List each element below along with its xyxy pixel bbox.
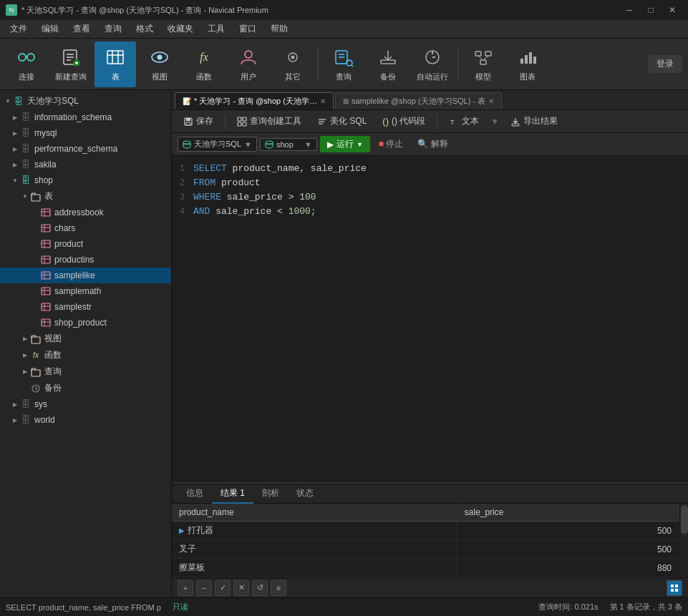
cell-sale-price: 500 [457, 522, 679, 540]
confirm-button[interactable]: ✓ [215, 580, 231, 596]
add-row-button[interactable]: + [178, 580, 193, 596]
right-panel: 📝 * 天池学习 - 查询 @shop (天池学… ✕ ⊞ samplelike… [172, 90, 688, 597]
tab-profile[interactable]: 剖析 [253, 484, 288, 504]
tree-expand-arrow [20, 383, 30, 393]
toolbar-view[interactable]: 视图 [139, 41, 180, 87]
menu-favorites[interactable]: 收藏夹 [160, 21, 200, 37]
toolbar-query[interactable]: 查询 [323, 41, 364, 87]
menu-file[interactable]: 文件 [3, 21, 34, 37]
tree-expand-arrow [30, 239, 40, 249]
remove-row-button[interactable]: − [196, 580, 212, 596]
sidebar-item-root-db[interactable]: ▼ 🗄 天池学习SQL [0, 93, 171, 109]
maximize-button[interactable]: □ [641, 3, 661, 17]
sidebar-item-product[interactable]: product [0, 236, 171, 252]
refresh-button[interactable]: ↺ [252, 580, 268, 596]
minimize-button[interactable]: ─ [619, 3, 639, 17]
stop-button[interactable]: ■ 停止 [373, 136, 410, 152]
menu-help[interactable]: 帮助 [263, 21, 295, 37]
view-toggle [667, 580, 682, 596]
toolbar-other-label: 其它 [285, 72, 301, 82]
schema-selector[interactable]: shop ▼ [260, 138, 317, 151]
backup-icon [30, 383, 42, 394]
sidebar-item-performance-schema[interactable]: ▶ 🗄 performance_schema [0, 141, 171, 157]
cancel-edit-button[interactable]: ✕ [233, 580, 249, 596]
code-editor[interactable]: 1 SELECT product_name, sale_price 2 FROM… [172, 156, 688, 482]
sidebar-item-mysql[interactable]: ▶ 🗄 mysql [0, 125, 171, 141]
toolbar-model[interactable]: 模型 [462, 41, 504, 87]
toolbar-connect[interactable]: 连接 [6, 41, 47, 87]
toolbar-function-label: 函数 [196, 72, 212, 82]
menu-query[interactable]: 查询 [97, 21, 129, 37]
toolbar-new-query-label: 新建查询 [55, 72, 87, 82]
sidebar-item-tables-folder[interactable]: ▼ 表 [0, 188, 171, 205]
sidebar-item-shop[interactable]: ▼ 🗄 shop [0, 172, 171, 188]
toolbar-user[interactable]: 用户 [228, 41, 269, 87]
toolbar-function[interactable]: fx 函数 [183, 41, 225, 87]
tab-close-button[interactable]: ✕ [320, 97, 326, 105]
grid-view-button[interactable] [667, 580, 682, 596]
run-button[interactable]: ▶ 运行 ▼ [320, 136, 370, 152]
sidebar-item-views-folder[interactable]: ▶ 视图 [0, 331, 171, 347]
menu-edit[interactable]: 编辑 [34, 21, 66, 37]
menu-window[interactable]: 窗口 [232, 21, 263, 37]
export-result-label: 导出结果 [523, 115, 558, 127]
text-button[interactable]: T 文本 [443, 114, 485, 129]
menu-tools[interactable]: 工具 [200, 21, 232, 37]
tab-query[interactable]: 📝 * 天池学习 - 查询 @shop (天池学… ✕ [175, 92, 334, 109]
tab-result[interactable]: 结果 1 [212, 484, 253, 504]
sidebar-item-information-schema[interactable]: ▶ 🗄 information_schema [0, 109, 171, 125]
toolbar-backup[interactable]: 备份 [367, 41, 409, 87]
sidebar-item-addressbook[interactable]: addressbook [0, 205, 171, 220]
sidebar-item-samplestr[interactable]: samplestr [0, 299, 171, 315]
sidebar-item-world[interactable]: ▶ 🗄 world [0, 412, 171, 428]
query-toolbar: 保存 查询创建工具 美化 SQL () () 代码段 T [172, 110, 688, 133]
toolbar-chart[interactable]: 图表 [507, 41, 548, 87]
table-row[interactable]: 叉子 500 [172, 540, 679, 559]
result-scrollbar[interactable] [679, 504, 688, 577]
close-button[interactable]: ✕ [662, 3, 682, 17]
svg-rect-53 [42, 288, 50, 295]
svg-rect-69 [186, 122, 190, 125]
tab-close-button[interactable]: ✕ [488, 97, 494, 105]
menu-view[interactable]: 查看 [66, 21, 97, 37]
code-snippet-button[interactable]: () () 代码段 [377, 114, 431, 129]
autorun-icon [421, 46, 444, 69]
toolbar-table[interactable]: 表 [95, 41, 136, 87]
svg-rect-50 [42, 272, 50, 279]
sidebar-item-backup-folder[interactable]: 备份 [0, 380, 171, 396]
svg-rect-86 [675, 589, 678, 592]
save-button[interactable]: 保存 [178, 114, 219, 129]
tab-table[interactable]: ⊞ samplelike @shop (天池学习SQL) - 表 ✕ [335, 92, 502, 109]
sidebar-item-shop-product[interactable]: shop_product [0, 315, 171, 331]
sidebar-item-samplemath[interactable]: samplemath [0, 283, 171, 299]
login-button[interactable]: 登录 [648, 55, 682, 73]
table-row[interactable]: 擦菜板 880 [172, 559, 679, 577]
tab-info[interactable]: 信息 [178, 484, 212, 504]
export-result-button[interactable]: 导出结果 [505, 114, 563, 129]
query-builder-button[interactable]: 查询创建工具 [231, 114, 307, 129]
sidebar-item-functions-folder[interactable]: ▶ fx 函数 [0, 347, 171, 363]
svg-point-81 [266, 141, 273, 144]
sidebar-item-sakila[interactable]: ▶ 🗄 sakila [0, 157, 171, 172]
toolbar-new-query[interactable]: 新建查询 [50, 41, 92, 87]
db-selector[interactable]: 天池学习SQL ▼ [178, 137, 257, 152]
toolbar-model-label: 模型 [475, 72, 491, 82]
toolbar-other[interactable]: 其它 [272, 41, 314, 87]
table-icon [40, 223, 52, 234]
sidebar-item-queries-folder[interactable]: ▶ 查询 [0, 363, 171, 380]
sidebar-item-sys[interactable]: ▶ 🗄 sys [0, 396, 171, 412]
menu-format[interactable]: 格式 [129, 21, 160, 37]
more-button[interactable]: ≡ [271, 580, 286, 596]
sidebar-item-productins[interactable]: productins [0, 252, 171, 268]
sidebar-item-chars[interactable]: chars [0, 220, 171, 236]
beautify-button[interactable]: 美化 SQL [311, 114, 372, 129]
line-number: 2 [172, 176, 193, 190]
table-row[interactable]: ▶打孔器 500 [172, 522, 679, 540]
tab-status[interactable]: 状态 [288, 484, 322, 504]
explain-button[interactable]: 🔍 解释 [412, 136, 453, 152]
tree-expand-arrow: ▼ [20, 192, 30, 202]
sidebar-item-label: world [34, 415, 55, 425]
sidebar-item-samplelike[interactable]: samplelike [0, 268, 171, 283]
tab-bar: 📝 * 天池学习 - 查询 @shop (天池学… ✕ ⊞ samplelike… [172, 90, 688, 110]
toolbar-autorun[interactable]: 自动运行 [412, 41, 453, 87]
